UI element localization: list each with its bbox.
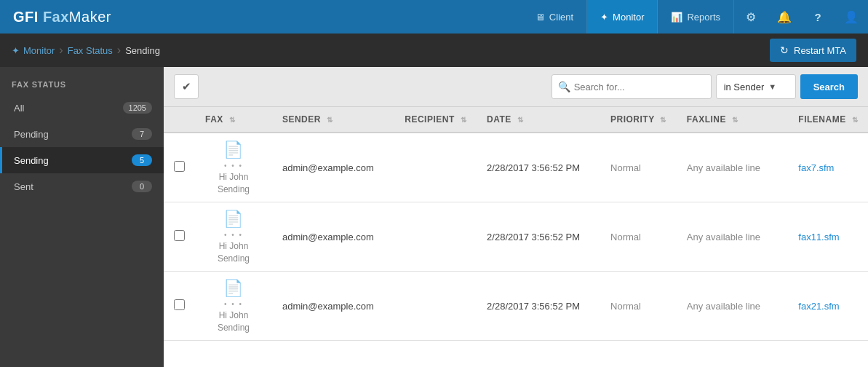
nav-reports-label: Reports — [687, 12, 720, 23]
breadcrumb-bar: ✦ Monitor › Fax Status › Sending ↻ Resta… — [0, 33, 868, 67]
restart-label: Restart MTA — [794, 45, 846, 56]
row-fax-cell: 📄 • • • Hi John Sending — [195, 202, 272, 272]
search-button[interactable]: Search — [800, 74, 858, 99]
logo-gfi: GFI — [13, 9, 43, 25]
sidebar-sent-badge: 0 — [132, 181, 152, 192]
fax-dots: • • • — [224, 300, 243, 308]
fax-status-label: Sending — [218, 323, 250, 333]
row-recipient-cell — [394, 133, 477, 202]
col-date-label: DATE — [487, 114, 511, 125]
sidebar-sent-label: Sent — [14, 181, 33, 192]
row-checkbox[interactable] — [174, 299, 185, 310]
breadcrumb-fax-status[interactable]: Fax Status — [68, 45, 113, 56]
col-faxline-label: FAXLINE — [687, 114, 726, 125]
row-filename-cell: fax21.sfm — [788, 272, 868, 341]
sort-priority-icon: ⇅ — [660, 116, 666, 124]
breadcrumb-current: Sending — [125, 45, 160, 56]
col-check — [164, 107, 195, 133]
search-in-dropdown[interactable]: in Sender ▼ — [716, 74, 796, 99]
row-faxline-cell: Any available line — [677, 133, 788, 202]
sidebar-all-label: All — [14, 103, 24, 114]
nav-monitor-label: Monitor — [613, 12, 644, 23]
row-check-cell — [164, 272, 195, 341]
restart-mta-button[interactable]: ↻ Restart MTA — [770, 39, 856, 62]
help-button[interactable]: ? — [801, 0, 835, 33]
nav-reports[interactable]: 📊 Reports — [658, 0, 734, 33]
sidebar-all-badge: 1205 — [123, 102, 152, 114]
sidebar-item-pending[interactable]: Pending 7 — [0, 121, 164, 147]
row-checkbox[interactable] — [174, 161, 185, 172]
sidebar-item-sent[interactable]: Sent 0 — [0, 173, 164, 200]
search-input[interactable] — [574, 82, 690, 92]
logo-maker: Maker — [69, 9, 111, 25]
restart-icon: ↻ — [780, 44, 789, 56]
row-recipient-cell — [394, 272, 477, 341]
table-row: 📄 • • • Hi John Sending admin@example.co… — [164, 202, 868, 272]
row-fax-cell: 📄 • • • Hi John Sending — [195, 272, 272, 341]
fax-document-icon: 📄 — [223, 279, 243, 298]
row-date-cell: 2/28/2017 3:56:52 PM — [477, 272, 600, 341]
col-filename[interactable]: FILENAME ⇅ — [788, 107, 868, 133]
fax-label: Hi John — [219, 172, 249, 182]
col-fax[interactable]: FAX ⇅ — [195, 107, 272, 133]
row-checkbox[interactable] — [174, 230, 185, 241]
col-faxline[interactable]: FAXLINE ⇅ — [677, 107, 788, 133]
sort-filename-icon: ⇅ — [852, 116, 859, 124]
nav-client[interactable]: 🖥 Client — [522, 0, 587, 33]
row-faxline-cell: Any available line — [677, 202, 788, 272]
breadcrumb-fax-status-label: Fax Status — [68, 45, 113, 56]
row-priority-cell: Normal — [600, 202, 677, 272]
col-recipient-label: RECIPIENT — [405, 114, 455, 125]
table-row: 📄 • • • Hi John Sending admin@example.co… — [164, 133, 868, 202]
col-sender-label: SENDER — [282, 114, 321, 125]
content-area: ✔ 🔍 in Sender ▼ Search — [164, 67, 868, 367]
sidebar-sending-label: Sending — [14, 155, 49, 166]
row-check-cell — [164, 202, 195, 272]
user-icon: 👤 — [844, 10, 859, 24]
fax-table-wrap: FAX ⇅ SENDER ⇅ RECIPIENT ⇅ DATE — [164, 107, 868, 367]
gear-icon: ⚙ — [746, 10, 756, 24]
main-layout: FAX STATUS All 1205 Pending 7 Sending 5 … — [0, 67, 868, 367]
fax-document-icon: 📄 — [223, 141, 243, 159]
search-input-wrap: 🔍 — [552, 74, 712, 99]
sort-date-icon: ⇅ — [517, 116, 524, 124]
fax-status-label: Sending — [218, 184, 250, 194]
row-sender-cell: admin@example.com — [272, 133, 394, 202]
settings-button[interactable]: ⚙ — [734, 0, 768, 33]
breadcrumb-monitor[interactable]: ✦ Monitor — [12, 45, 55, 56]
help-icon: ? — [814, 11, 821, 23]
col-priority[interactable]: PRIORITY ⇅ — [600, 107, 677, 133]
row-filename-cell: fax11.sfm — [788, 202, 868, 272]
fax-dots: • • • — [224, 162, 243, 170]
breadcrumb: ✦ Monitor › Fax Status › Sending — [12, 44, 160, 57]
notifications-button[interactable]: 🔔 — [768, 0, 801, 33]
row-date-cell: 2/28/2017 3:56:52 PM — [477, 202, 600, 272]
refresh-button[interactable]: ✔ — [174, 74, 199, 99]
sort-faxline-icon: ⇅ — [732, 116, 738, 124]
col-recipient[interactable]: RECIPIENT ⇅ — [394, 107, 477, 133]
sidebar-item-sending[interactable]: Sending 5 — [0, 147, 164, 173]
breadcrumb-separator-1: › — [59, 44, 63, 57]
sort-sender-icon: ⇅ — [327, 116, 333, 124]
nav-monitor[interactable]: ✦ Monitor — [587, 0, 658, 33]
toolbar-left: ✔ — [174, 74, 199, 99]
logo: GFI FaxMaker — [0, 9, 124, 25]
nav-client-label: Client — [549, 12, 573, 23]
col-date[interactable]: DATE ⇅ — [477, 107, 600, 133]
logo-fax: Fax — [43, 9, 69, 25]
col-fax-label: FAX — [205, 114, 223, 125]
row-filename-cell: fax7.sfm — [788, 133, 868, 202]
top-nav-right: 🖥 Client ✦ Monitor 📊 Reports ⚙ 🔔 ? 👤 — [522, 0, 868, 33]
search-icon: 🔍 — [558, 81, 570, 92]
col-filename-label: FILENAME — [798, 114, 845, 125]
fax-table: FAX ⇅ SENDER ⇅ RECIPIENT ⇅ DATE — [164, 107, 868, 341]
fax-label: Hi John — [219, 310, 249, 320]
toolbar: ✔ 🔍 in Sender ▼ Search — [164, 67, 868, 107]
sidebar-item-all[interactable]: All 1205 — [0, 95, 164, 121]
sidebar-pending-label: Pending — [14, 129, 49, 140]
user-button[interactable]: 👤 — [835, 0, 868, 33]
monitor-icon: ✦ — [600, 12, 608, 23]
toolbar-right: 🔍 in Sender ▼ Search — [552, 74, 858, 99]
reports-icon: 📊 — [671, 12, 682, 23]
col-sender[interactable]: SENDER ⇅ — [272, 107, 394, 133]
